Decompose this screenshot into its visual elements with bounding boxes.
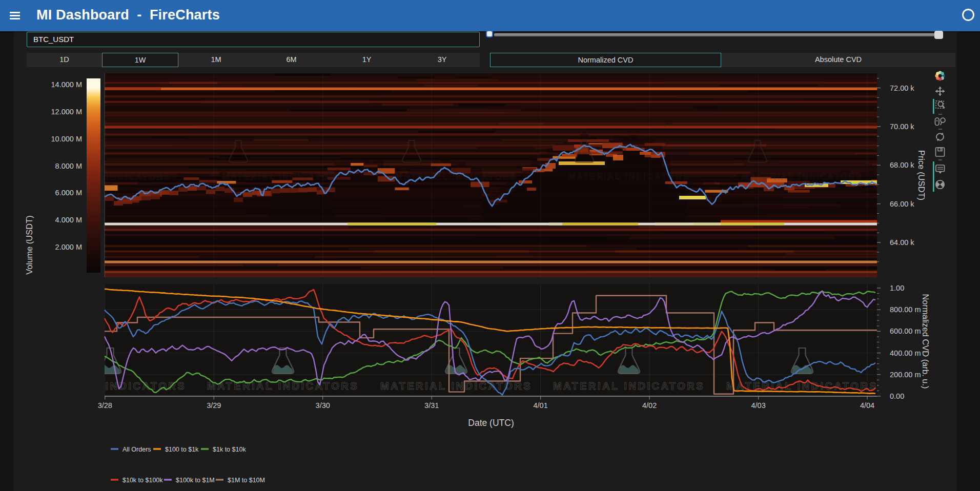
- svg-text:12.000 M: 12.000 M: [51, 108, 82, 116]
- svg-text:MATERIAL INDICATORS: MATERIAL INDICATORS: [222, 172, 344, 181]
- svg-text:72.00 k: 72.00 k: [890, 84, 914, 92]
- svg-text:4/03: 4/03: [751, 401, 765, 410]
- svg-text:$1k to $10k: $1k to $10k: [213, 446, 246, 453]
- svg-text:4/04: 4/04: [860, 401, 874, 410]
- svg-text:MATERIAL INDICATORS: MATERIAL INDICATORS: [553, 380, 705, 392]
- svg-text:3/29: 3/29: [207, 401, 221, 410]
- svg-text:MATERIAL INDICATORS: MATERIAL INDICATORS: [50, 172, 171, 181]
- svg-text:MATERIAL INDICATORS: MATERIAL INDICATORS: [380, 380, 532, 392]
- svg-text:3/30: 3/30: [316, 401, 330, 410]
- svg-text:Volume (USDT): Volume (USDT): [25, 215, 34, 275]
- svg-text:10.000 M: 10.000 M: [51, 135, 82, 143]
- svg-text:6.000 M: 6.000 M: [55, 189, 82, 197]
- svg-text:All Orders: All Orders: [122, 446, 151, 453]
- svg-text:3/31: 3/31: [424, 401, 439, 410]
- svg-text:1.00: 1.00: [890, 284, 904, 292]
- svg-text:3/28: 3/28: [98, 401, 112, 410]
- svg-text:4/02: 4/02: [642, 401, 657, 410]
- svg-text:64.00 k: 64.00 k: [890, 238, 914, 247]
- svg-text:$100 to $1k: $100 to $1k: [165, 446, 199, 453]
- svg-text:$1M to $10M: $1M to $10M: [228, 477, 265, 484]
- svg-text:8.000 M: 8.000 M: [55, 162, 82, 170]
- svg-text:MATERIAL INDICATORS: MATERIAL INDICATORS: [34, 380, 186, 392]
- svg-text:70.00 k: 70.00 k: [890, 122, 914, 131]
- svg-text:0.00: 0.00: [890, 392, 904, 400]
- svg-text:4/01: 4/01: [533, 401, 547, 410]
- svg-text:4.000 M: 4.000 M: [55, 216, 82, 224]
- svg-text:14.000 M: 14.000 M: [51, 80, 82, 89]
- svg-text:Normalized CVD (arb. u.): Normalized CVD (arb. u.): [921, 294, 930, 388]
- svg-text:66.00 k: 66.00 k: [890, 200, 914, 208]
- svg-text:800.00 m: 800.00 m: [890, 305, 921, 314]
- svg-text:$100k to $1M: $100k to $1M: [176, 477, 215, 484]
- svg-text:600.00 m: 600.00 m: [890, 327, 921, 335]
- svg-text:$10k to $100k: $10k to $100k: [122, 477, 163, 484]
- svg-text:68.00 k: 68.00 k: [890, 161, 914, 169]
- svg-text:2.000 M: 2.000 M: [55, 243, 82, 251]
- svg-text:MATERIAL INDICATORS: MATERIAL INDICATORS: [742, 172, 863, 181]
- svg-text:Price (USDT): Price (USDT): [917, 150, 926, 200]
- svg-text:400.00 m: 400.00 m: [890, 349, 921, 357]
- svg-text:200.00 m: 200.00 m: [890, 371, 921, 379]
- svg-text:Date (UTC): Date (UTC): [468, 418, 514, 428]
